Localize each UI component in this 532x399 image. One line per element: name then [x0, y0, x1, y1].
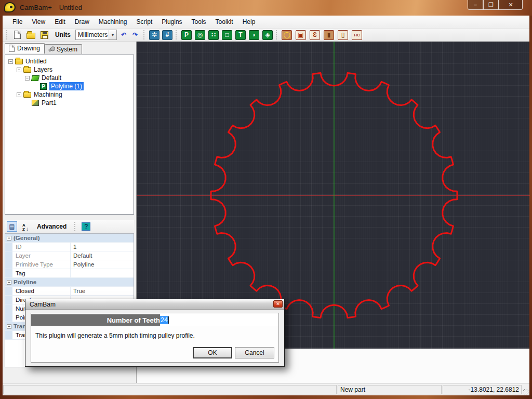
menu-file[interactable]: File — [8, 16, 27, 28]
tab-drawing[interactable]: Drawing — [5, 43, 45, 54]
resize-grip[interactable] — [522, 384, 529, 395]
menu-machining[interactable]: Machining — [94, 16, 132, 28]
tree-item-label: Untitled — [25, 58, 47, 65]
cancel-button[interactable]: Cancel — [235, 347, 274, 358]
open-file-icon — [26, 33, 35, 39]
prompt-row: Number of Teeth 24 — [31, 314, 278, 326]
tree-expander[interactable]: − — [8, 59, 13, 64]
prop-category--general-[interactable]: −(General) — [5, 234, 134, 243]
save-icon[interactable] — [39, 30, 49, 40]
help-button[interactable]: ? — [82, 222, 90, 231]
window-controls: – ❐ ✕ — [468, 0, 523, 10]
menu-toolkit[interactable]: Toolkit — [211, 16, 238, 28]
close-button[interactable]: ✕ — [499, 0, 523, 10]
ok-button[interactable]: OK — [193, 347, 232, 358]
pocket-mop-icon[interactable]: ▣ — [296, 30, 306, 40]
status-bar: New part -13.8021, 22.6812 — [3, 383, 529, 395]
menu-view[interactable]: View — [27, 16, 50, 28]
teeth-input[interactable]: 24 — [160, 314, 278, 326]
combo-arrow-icon[interactable]: ▾ — [109, 30, 116, 39]
dialog-buttons: OK Cancel — [193, 347, 274, 358]
part-icon — [32, 100, 39, 106]
menu-edit[interactable]: Edit — [50, 16, 70, 28]
draw-rectangle-icon[interactable]: □ — [222, 30, 232, 40]
category-expander[interactable]: − — [7, 236, 11, 241]
prop-label: Primitive Type — [12, 260, 71, 269]
alphabetical-sort-button[interactable]: AZ ↓ — [20, 221, 31, 232]
dialog-close-button[interactable]: ✕ — [273, 300, 283, 308]
gcode-icon[interactable]: HC — [352, 30, 362, 40]
dialog-body: Number of Teeth 24 This plugin will gene… — [31, 313, 279, 363]
category-label: (General) — [14, 235, 40, 241]
menu-help[interactable]: Help — [238, 16, 260, 28]
draw-text-icon[interactable]: T — [235, 30, 246, 40]
app-window: CamBam+Untitled – ❐ ✕ FileViewEditDrawMa… — [0, 0, 532, 399]
draw-polyline-icon[interactable]: P — [181, 30, 192, 40]
tree-item-layers[interactable]: −Layers — [5, 65, 134, 74]
tree-item-machining[interactable]: −Machining — [5, 90, 134, 99]
units-label: Units — [55, 31, 71, 38]
toolbar-grip — [143, 30, 146, 39]
menu-plugins[interactable]: Plugins — [157, 16, 187, 28]
tree-item-untitled[interactable]: −Untitled — [5, 57, 134, 65]
tab-system[interactable]: System — [45, 44, 82, 54]
prop-row-layer[interactable]: LayerDefault — [5, 251, 134, 260]
draw-circle-icon[interactable]: ◎ — [195, 30, 205, 40]
show-axes-icon[interactable]: ✲ — [149, 30, 159, 40]
tree-item-polyline-1-[interactable]: PPolyline (1) — [5, 82, 134, 90]
sort-z: Z — [22, 228, 25, 232]
tree-item-default[interactable]: −Default — [5, 74, 134, 82]
polyline-icon: P — [40, 83, 47, 90]
tree-expander[interactable]: − — [17, 92, 21, 97]
tree-expander[interactable]: − — [17, 68, 21, 72]
prop-row-id[interactable]: ID1 — [5, 243, 134, 251]
app-name: CamBam+ — [20, 4, 52, 11]
tree-expander[interactable]: − — [25, 76, 30, 81]
dialog-message: This plugin will generate a 5mm pitch ti… — [31, 326, 278, 339]
undo-icon[interactable]: ↶ — [118, 30, 129, 40]
prop-value[interactable] — [71, 269, 134, 277]
category-expander[interactable]: − — [7, 324, 11, 329]
prop-indent — [5, 260, 12, 269]
draw-arc-icon[interactable]: ◗ — [249, 30, 259, 40]
prop-category-polyline[interactable]: −Polyline — [5, 278, 134, 287]
categorized-view-button[interactable]: ▤ — [7, 221, 17, 232]
tree-item-label: Default — [42, 74, 61, 82]
tree-item-part1[interactable]: Part1 — [5, 99, 134, 107]
menu-tools[interactable]: Tools — [187, 16, 211, 28]
advanced-button[interactable]: Advanced — [34, 222, 70, 231]
prop-indent — [5, 313, 12, 322]
drill-mop-icon[interactable]: ▯ — [338, 30, 348, 40]
prop-value[interactable]: Default — [71, 251, 134, 260]
prop-label: Closed — [12, 287, 71, 295]
teeth-prompt-label: Number of Teeth — [31, 314, 160, 326]
new-file-icon[interactable] — [12, 30, 22, 40]
category-expander[interactable]: − — [7, 280, 11, 285]
draw-points-icon[interactable]: ∷ — [208, 30, 219, 40]
minimize-button[interactable]: – — [468, 0, 483, 10]
drawing-tree: −Untitled−Layers−DefaultPPolyline (1)−Ma… — [5, 55, 134, 215]
redo-icon[interactable]: ↷ — [130, 30, 140, 40]
prop-value[interactable]: 1 — [71, 243, 134, 251]
engrave-mop-icon[interactable]: Ɛ — [310, 30, 320, 40]
lathe-mop-icon[interactable]: ▮ — [324, 30, 334, 40]
layer-icon — [31, 75, 39, 81]
text-caret — [168, 316, 169, 324]
prop-row-closed[interactable]: ClosedTrue — [5, 287, 134, 296]
prop-row-tag[interactable]: Tag — [5, 269, 134, 278]
menu-draw[interactable]: Draw — [70, 16, 94, 28]
show-grid-icon[interactable]: # — [162, 30, 172, 40]
units-combobox[interactable]: Millimeters ▾ — [75, 30, 117, 40]
prop-row-primitive-type[interactable]: Primitive TypePolyline — [5, 260, 134, 269]
draw-surface-icon[interactable]: ◈ — [262, 30, 273, 40]
maximize-button[interactable]: ❐ — [483, 0, 499, 10]
prop-indent — [5, 251, 12, 260]
open-file-icon[interactable] — [25, 30, 36, 40]
dialog-title-bar[interactable]: CamBam ✕ — [25, 299, 284, 310]
tree-item-label: Part1 — [42, 99, 57, 107]
prop-indent — [5, 331, 12, 339]
profile-mop-icon[interactable]: ◯ — [282, 30, 292, 40]
prop-value[interactable]: True — [71, 287, 134, 295]
menu-script[interactable]: Script — [132, 16, 157, 28]
prop-value[interactable]: Polyline — [71, 260, 134, 269]
